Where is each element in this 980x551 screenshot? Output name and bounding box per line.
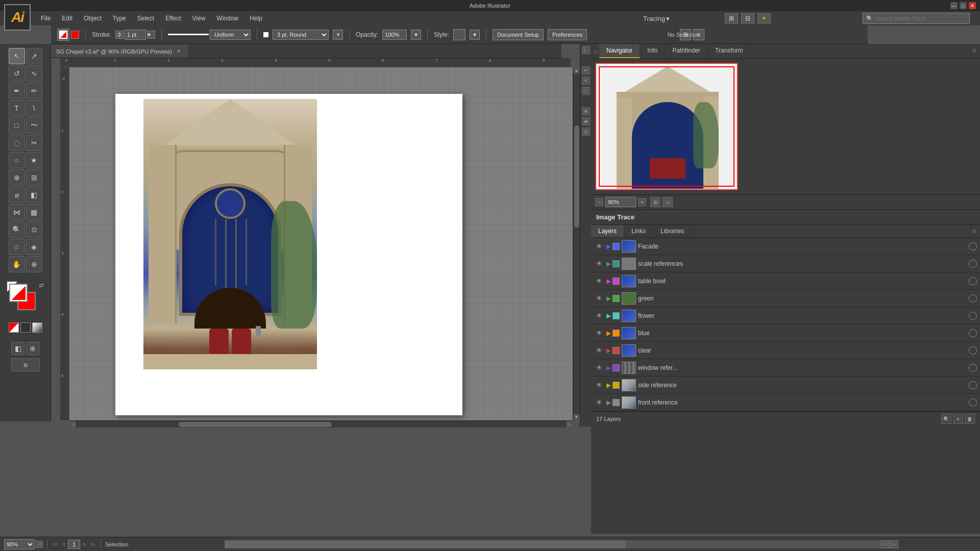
- opacity-input[interactable]: [382, 30, 407, 40]
- h-scrollbar-track[interactable]: [77, 421, 566, 428]
- nav-left-status[interactable]: ◁: [881, 540, 889, 548]
- tool-pencil[interactable]: ✏: [26, 83, 42, 99]
- tool-direct-select[interactable]: ↗: [26, 48, 42, 64]
- tool-zoom[interactable]: ⊕: [26, 256, 42, 272]
- next-page-btn[interactable]: ▷: [81, 541, 88, 548]
- tool-rect[interactable]: □: [9, 117, 25, 134]
- menu-type[interactable]: Type: [108, 13, 131, 24]
- layer-scale-ref-target[interactable]: [969, 260, 977, 268]
- swap-icon[interactable]: ⇄: [582, 117, 590, 126]
- h-scrollbar[interactable]: ◁ ▷: [69, 420, 573, 428]
- layer-blue-vis[interactable]: 👁: [594, 328, 604, 338]
- scroll-left-btn[interactable]: ◁: [69, 421, 77, 428]
- scroll-down-btn[interactable]: ▼: [573, 413, 580, 420]
- tool-hand[interactable]: ✋: [9, 256, 25, 272]
- gradient-btn[interactable]: [32, 322, 42, 333]
- none-btn[interactable]: [20, 322, 31, 333]
- prev-page-btn[interactable]: ◁: [60, 541, 67, 548]
- doc-setup-button[interactable]: Document Setup: [493, 29, 544, 40]
- tool-warp[interactable]: ∿: [26, 65, 42, 82]
- artboard-nav-icon[interactable]: ⊞: [725, 13, 738, 23]
- menu-edit[interactable]: Edit: [57, 13, 78, 24]
- panel-menu-btn[interactable]: ≡: [968, 44, 980, 58]
- layers-tab-links[interactable]: Links: [624, 225, 653, 237]
- stroke-value-input[interactable]: [125, 30, 146, 40]
- layer-clear-target[interactable]: [969, 346, 977, 355]
- layer-flower[interactable]: 👁 ▶ flower: [591, 307, 980, 324]
- layers-tab-layers[interactable]: Layers: [591, 225, 624, 237]
- v-scrollbar[interactable]: ▲ ▼: [573, 67, 580, 420]
- close-button[interactable]: ✕: [969, 2, 976, 9]
- tool-scissors[interactable]: ✂: [26, 135, 42, 151]
- add-layer-btn[interactable]: +: [953, 414, 963, 424]
- menu-select[interactable]: Select: [132, 13, 159, 24]
- status-progress-bar[interactable]: [225, 540, 893, 548]
- layer-blue-expand[interactable]: ▶: [604, 329, 612, 337]
- v-scrollbar-thumb[interactable]: [574, 126, 579, 228]
- layer-facade-target[interactable]: [969, 242, 977, 251]
- minimize-button[interactable]: —: [950, 2, 958, 9]
- layer-facade[interactable]: 👁 ▶ Facade: [591, 238, 980, 255]
- stroke-profile-select[interactable]: Uniform: [210, 30, 251, 40]
- tab-info[interactable]: Info: [640, 44, 665, 58]
- tab-pathfinder[interactable]: Pathfinder: [665, 44, 708, 58]
- tool-live-paint[interactable]: ⊙: [26, 221, 42, 238]
- layer-clear-expand[interactable]: ▶: [604, 346, 612, 355]
- tool-symbol[interactable]: ☆: [9, 239, 25, 255]
- tool-ellipse[interactable]: ○: [9, 152, 25, 168]
- layer-blue[interactable]: 👁 ▶ blue: [591, 324, 980, 342]
- menu-help[interactable]: Help: [244, 13, 267, 24]
- tool-magic-wand[interactable]: ◈: [26, 239, 42, 255]
- layers-menu-btn[interactable]: ≡: [968, 225, 980, 237]
- layer-green-expand[interactable]: ▶: [604, 294, 612, 303]
- layer-flower-expand[interactable]: ▶: [604, 312, 612, 320]
- tool-text[interactable]: T: [9, 100, 25, 116]
- maximize-button[interactable]: □: [960, 2, 967, 9]
- layer-window-ref[interactable]: 👁 ▶ window refer...: [591, 359, 980, 377]
- search-box[interactable]: 🔍: [863, 13, 970, 24]
- document-tab-close[interactable]: ✕: [175, 48, 182, 55]
- zoom-dropdown[interactable]: ▾: [638, 198, 646, 206]
- stroke-spinner[interactable]: [115, 31, 124, 39]
- zoom-select[interactable]: 90%: [4, 539, 35, 549]
- scroll-right-btn[interactable]: ▷: [566, 421, 573, 428]
- stroke-dropdown[interactable]: ▾: [147, 31, 155, 39]
- layer-flower-target[interactable]: [969, 312, 977, 320]
- compass-icon[interactable]: ⊕: [582, 107, 590, 115]
- layer-side-ref-target[interactable]: [969, 381, 977, 389]
- tool-draw-behind[interactable]: ⊕: [26, 342, 39, 355]
- menu-window[interactable]: Window: [211, 13, 243, 24]
- tool-column-graph[interactable]: ▦: [26, 204, 42, 220]
- layer-side-ref-expand[interactable]: ▶: [604, 381, 612, 389]
- tool-blend[interactable]: ⋈: [9, 204, 25, 220]
- menu-object[interactable]: Object: [79, 13, 107, 24]
- tracing-button[interactable]: Tracing ▾: [643, 15, 670, 22]
- menu-effect[interactable]: Effect: [160, 13, 186, 24]
- layer-blue-target[interactable]: [969, 329, 977, 337]
- layer-window-ref-target[interactable]: [969, 364, 977, 372]
- workspace-icon[interactable]: ⊟: [741, 13, 754, 23]
- tool-artboard[interactable]: ⊕: [9, 169, 25, 186]
- tool-eyedropper[interactable]: 🔍: [9, 221, 25, 238]
- last-page-btn[interactable]: ▷|: [89, 541, 96, 548]
- document-tab[interactable]: SG Chapel v3.ai* @ 90% (RGB/GPU Preview)…: [51, 44, 188, 58]
- zoom-input[interactable]: [605, 197, 636, 207]
- tool-measure[interactable]: ⌀: [9, 187, 25, 203]
- tool-eraser[interactable]: ◌: [9, 135, 25, 151]
- layer-scale-references[interactable]: 👁 ▶ scale references: [591, 255, 980, 272]
- navigator-toggle[interactable]: ▷: [582, 46, 590, 54]
- tab-transform[interactable]: Transform: [708, 44, 750, 58]
- panel-collapse-btn[interactable]: ◁: [591, 44, 599, 58]
- tool-rotate[interactable]: ↺: [9, 65, 25, 82]
- canvas-area[interactable]: [69, 67, 573, 420]
- layer-facade-expand[interactable]: ▶: [604, 242, 612, 251]
- layer-scale-ref-expand[interactable]: ▶: [604, 260, 612, 268]
- zoom-prev-btn[interactable]: ◁: [36, 541, 43, 548]
- draw-mode-btn[interactable]: ⊞: [11, 358, 40, 371]
- opacity-dropdown[interactable]: ▾: [411, 30, 421, 40]
- preferences-button[interactable]: Preferences: [548, 29, 587, 40]
- style-box[interactable]: [453, 29, 465, 40]
- layer-scale-ref-vis[interactable]: 👁: [594, 259, 604, 269]
- stroke-profile-selector[interactable]: Uniform: [168, 30, 251, 40]
- tab-navigator[interactable]: Navigator: [599, 44, 640, 58]
